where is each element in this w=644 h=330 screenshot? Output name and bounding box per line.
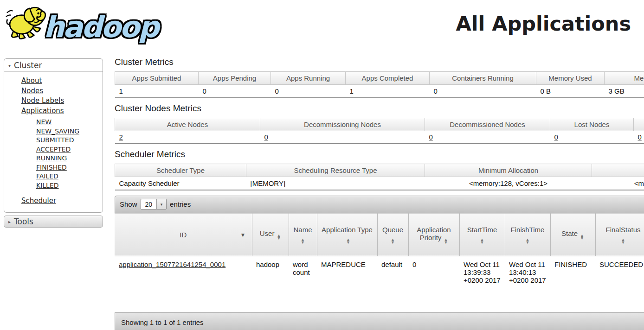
col-memory-total: Memory Total: [605, 72, 644, 85]
decommissioned-nodes-link[interactable]: 0: [429, 133, 433, 141]
metric-value: 0 B: [536, 85, 605, 98]
cell-state: FINISHED: [550, 256, 595, 312]
table-header-row: Active Nodes Decommissioning Nodes Decom…: [115, 118, 644, 131]
col-header-id[interactable]: ID ▼: [115, 213, 252, 256]
sort-icon: ▲▼: [526, 238, 530, 244]
datatable-toolbar: Show 20 ▾ entries: [115, 196, 644, 213]
table-header-row: ID ▼ User▲▼ Name▲▼ Application Type▲▼ Qu…: [115, 213, 644, 256]
metric-value: 0: [430, 85, 536, 98]
tools-section-label: Tools: [14, 217, 33, 226]
sidebar-item-scheduler[interactable]: Scheduler: [21, 197, 56, 205]
hadoop-logo: hadoop: [5, 2, 158, 45]
table-row: Capacity Scheduler [MEMORY] <memory:128,…: [115, 177, 644, 190]
cell-finalstatus: SUCCEEDED: [595, 256, 644, 312]
sort-icon: ▲▼: [580, 234, 584, 240]
chevron-right-icon: ▸: [8, 219, 11, 224]
chevron-down-icon: ▾: [156, 199, 166, 209]
col-active-nodes: Active Nodes: [115, 118, 260, 131]
col-header-name[interactable]: Name▲▼: [289, 213, 317, 256]
sidebar-item-new[interactable]: NEW: [36, 118, 52, 126]
datatable-footer: Showing 1 to 1 of 1 entries: [115, 313, 644, 330]
sidebar-item-applications[interactable]: Applications: [21, 107, 64, 115]
cluster-nodes-metrics-table: Active Nodes Decommissioning Nodes Decom…: [115, 118, 644, 145]
table-header-row: Apps Submitted Apps Pending Apps Running…: [115, 72, 644, 85]
col-unhealthy-nodes: Unhealthy Nodes: [634, 118, 644, 131]
chevron-down-icon: ▾: [8, 63, 11, 68]
applications-datatable: Show 20 ▾ entries ID ▼ User▲▼: [115, 196, 644, 330]
hadoop-wordmark: hadoop: [44, 10, 158, 44]
col-lost-nodes: Lost Nodes: [550, 118, 634, 131]
sidebar-item-failed[interactable]: FAILED: [36, 172, 58, 180]
page-size-value: 20: [141, 199, 157, 209]
col-minimum-allocation: Minimum Allocation: [425, 164, 592, 177]
sort-icon: ▲▼: [277, 234, 281, 240]
cell-queue: default: [377, 256, 408, 312]
col-header-state[interactable]: State▲▼: [550, 213, 595, 256]
metric-value: Capacity Scheduler: [115, 177, 246, 190]
scheduler-metrics-table: Scheduler Type Scheduling Resource Type …: [115, 164, 644, 190]
metric-value: [MEMORY]: [246, 177, 425, 190]
showing-entries-info: Showing 1 to 1 of 1 entries: [121, 318, 204, 326]
metric-value: 0: [271, 85, 346, 98]
cluster-section-label: Cluster: [14, 61, 42, 70]
col-header-finalstatus[interactable]: FinalStatus▲▼: [595, 213, 644, 256]
applications-table: ID ▼ User▲▼ Name▲▼ Application Type▲▼ Qu…: [115, 213, 644, 313]
sidebar-item-killed[interactable]: KILLED: [36, 182, 59, 189]
sidebar-item-new-saving[interactable]: NEW_SAVING: [36, 127, 79, 135]
sort-icon: ▲▼: [301, 238, 305, 244]
cluster-metrics-table: Apps Submitted Apps Pending Apps Running…: [115, 71, 644, 98]
metric-value: 1: [115, 85, 199, 98]
sort-icon: ▲▼: [444, 238, 448, 244]
col-header-queue[interactable]: Queue▲▼: [377, 213, 408, 256]
main-content: Cluster Metrics Apps Submitted Apps Pend…: [115, 55, 644, 330]
cell-user: hadoop: [252, 256, 289, 312]
sidebar-item-node-labels[interactable]: Node Labels: [21, 96, 64, 105]
cluster-links: About Nodes Node Labels Applications: [4, 76, 103, 116]
cluster-nodes-metrics-heading: Cluster Nodes Metrics: [115, 103, 644, 114]
sidebar-item-accepted[interactable]: ACCEPTED: [36, 146, 71, 153]
sidebar: ▾Cluster About Nodes Node Labels Applica…: [4, 58, 103, 228]
decommissioning-nodes-link[interactable]: 0: [264, 133, 268, 141]
sidebar-item-nodes[interactable]: Nodes: [21, 87, 43, 95]
lost-nodes-link[interactable]: 0: [554, 133, 558, 141]
scheduler-metrics-heading: Scheduler Metrics: [115, 149, 644, 159]
sidebar-item-finished[interactable]: FINISHED: [36, 164, 67, 171]
col-apps-completed: Apps Completed: [346, 72, 430, 85]
sidebar-item-about[interactable]: About: [21, 76, 42, 85]
sidebar-item-submitted[interactable]: SUBMITTED: [36, 136, 74, 144]
page-size-select[interactable]: 20 ▾: [141, 199, 167, 209]
table-row: 2 0 0 0 0: [115, 131, 644, 144]
sidebar-item-running[interactable]: RUNNING: [36, 154, 67, 162]
sort-icon: ▲▼: [621, 238, 625, 244]
metric-value: <memory:1536, vCores:4>: [592, 177, 644, 190]
yarn-all-applications-page: hadoop All Applications ▾Cluster About N…: [0, 0, 644, 330]
col-header-application-priority[interactable]: Application Priority▲▼: [408, 213, 459, 256]
application-state-links: NEW NEW_SAVING SUBMITTED ACCEPTED RUNNIN…: [4, 118, 103, 190]
cell-application-type: MAPREDUCE: [317, 256, 377, 312]
metric-value: 0: [199, 85, 271, 98]
col-header-starttime[interactable]: StartTime▲▼: [459, 213, 505, 256]
cell-starttime: Wed Oct 11 13:39:33 +0200 2017: [459, 256, 505, 312]
col-header-application-type[interactable]: Application Type▲▼: [317, 213, 377, 256]
cluster-nav-box: ▾Cluster About Nodes Node Labels Applica…: [4, 58, 103, 213]
application-id-link[interactable]: application_1507721641254_0001: [119, 260, 225, 268]
active-nodes-link[interactable]: 2: [119, 133, 123, 141]
unhealthy-nodes-link[interactable]: 0: [638, 133, 642, 141]
col-decommissioning-nodes: Decommissioning Nodes: [260, 118, 425, 131]
col-header-user[interactable]: User▲▼: [252, 213, 289, 256]
tools-section-header[interactable]: ▸Tools: [4, 216, 103, 228]
sort-icon: ▲▼: [346, 238, 350, 244]
sort-desc-icon: ▼: [240, 232, 246, 238]
cell-finishtime: Wed Oct 11 13:40:13 +0200 2017: [505, 256, 550, 312]
metric-value: 1: [346, 85, 430, 98]
table-row: 1 0 0 1 0 0 B 3 GB: [115, 85, 644, 98]
show-label: Show: [120, 200, 137, 208]
col-scheduler-type: Scheduler Type: [115, 164, 246, 177]
col-header-finishtime[interactable]: FinishTime▲▼: [505, 213, 550, 256]
col-containers-running: Containers Running: [430, 72, 536, 85]
col-memory-used: Memory Used: [536, 72, 605, 85]
application-row: application_1507721641254_0001 hadoop wo…: [115, 256, 644, 312]
col-decommissioned-nodes: Decommissioned Nodes: [425, 118, 550, 131]
cluster-section-header[interactable]: ▾Cluster: [4, 59, 103, 72]
page-title: All Applications: [456, 12, 631, 35]
